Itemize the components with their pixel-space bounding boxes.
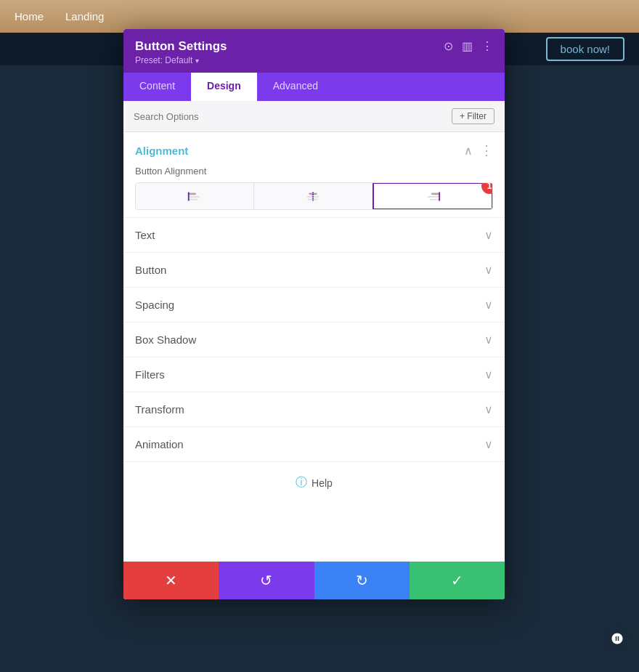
box-shadow-section[interactable]: Box Shadow ∨: [123, 323, 505, 357]
nav-bar: Home Landing: [0, 0, 639, 33]
svg-rect-10: [429, 199, 439, 201]
tab-design[interactable]: Design: [191, 73, 257, 101]
button-chevron-icon: ∨: [484, 263, 493, 277]
alignment-badge: 1: [481, 182, 493, 194]
nav-home[interactable]: Home: [15, 10, 44, 23]
help-text[interactable]: Help: [312, 477, 333, 489]
undo-button[interactable]: ↺: [219, 562, 314, 599]
spacer: [123, 503, 505, 562]
svg-rect-2: [188, 199, 198, 201]
svg-rect-8: [431, 193, 439, 195]
alignment-section: Alignment ∧ ⋮ Button Alignment: [123, 132, 505, 218]
animation-section[interactable]: Animation ∨: [123, 427, 505, 462]
transform-section[interactable]: Transform ∨: [123, 392, 505, 427]
alignment-header-row: Alignment ∧ ⋮: [135, 142, 493, 158]
redo-button[interactable]: ↻: [314, 562, 410, 599]
spacing-section-label: Spacing: [135, 299, 174, 311]
box-shadow-chevron-icon: ∨: [484, 333, 493, 347]
search-bar: + Filter: [123, 101, 505, 132]
cancel-button[interactable]: ✕: [123, 562, 219, 599]
modal-title: Button Settings: [135, 39, 227, 54]
button-alignment-label: Button Alignment: [135, 166, 493, 177]
alignment-options: 1: [135, 182, 493, 210]
align-center-option[interactable]: [254, 183, 373, 209]
button-section-label: Button: [135, 264, 166, 276]
text-section-label: Text: [135, 229, 155, 241]
filters-chevron-icon: ∨: [484, 368, 493, 381]
corner-accessibility-icon[interactable]: [606, 627, 629, 650]
align-right-option[interactable]: 1: [373, 182, 493, 210]
alignment-more-icon[interactable]: ⋮: [480, 142, 493, 158]
modal-preset[interactable]: Preset: Default ▾: [135, 55, 227, 65]
more-options-icon[interactable]: ⋮: [481, 39, 493, 53]
modal-body: Alignment ∧ ⋮ Button Alignment: [123, 132, 505, 562]
animation-section-label: Animation: [135, 438, 184, 450]
box-shadow-section-label: Box Shadow: [135, 333, 196, 346]
alignment-collapse-icon[interactable]: ∧: [464, 144, 473, 158]
search-input[interactable]: [134, 111, 452, 122]
transform-chevron-icon: ∨: [484, 402, 493, 416]
svg-rect-1: [188, 196, 200, 198]
tab-content[interactable]: Content: [123, 73, 191, 101]
save-button[interactable]: ✓: [410, 562, 505, 599]
layout-icon[interactable]: ▥: [462, 39, 473, 53]
help-row: ⓘ Help: [123, 462, 505, 503]
button-section[interactable]: Button ∨: [123, 253, 505, 288]
alignment-section-icons: ∧ ⋮: [464, 142, 493, 158]
tab-advanced[interactable]: Advanced: [257, 73, 334, 101]
transform-section-label: Transform: [135, 403, 184, 416]
alignment-section-title: Alignment: [135, 145, 188, 157]
align-left-option[interactable]: [136, 183, 254, 209]
nav-landing[interactable]: Landing: [65, 10, 104, 23]
preset-dropdown-arrow: ▾: [195, 57, 199, 65]
help-icon: ⓘ: [296, 475, 307, 490]
book-now-button[interactable]: book now!: [546, 37, 624, 61]
svg-rect-9: [427, 196, 439, 198]
animation-chevron-icon: ∨: [484, 437, 493, 451]
filters-section[interactable]: Filters ∨: [123, 357, 505, 392]
spacing-section[interactable]: Spacing ∨: [123, 288, 505, 323]
modal-header-left: Button Settings Preset: Default ▾: [135, 39, 227, 65]
text-chevron-icon: ∨: [484, 228, 493, 242]
filters-section-label: Filters: [135, 368, 165, 381]
spacing-chevron-icon: ∨: [484, 298, 493, 312]
modal-tabs: Content Design Advanced: [123, 73, 505, 101]
modal-header: Button Settings Preset: Default ▾ ⊙ ▥ ⋮: [123, 29, 505, 73]
responsive-icon[interactable]: ⊙: [444, 39, 453, 53]
text-section[interactable]: Text ∨: [123, 218, 505, 253]
modal-footer: ✕ ↺ ↻ ✓: [123, 562, 505, 599]
filter-button[interactable]: + Filter: [452, 108, 494, 124]
modal-header-icons: ⊙ ▥ ⋮: [444, 39, 493, 53]
button-settings-modal: Button Settings Preset: Default ▾ ⊙ ▥ ⋮ …: [123, 29, 505, 599]
